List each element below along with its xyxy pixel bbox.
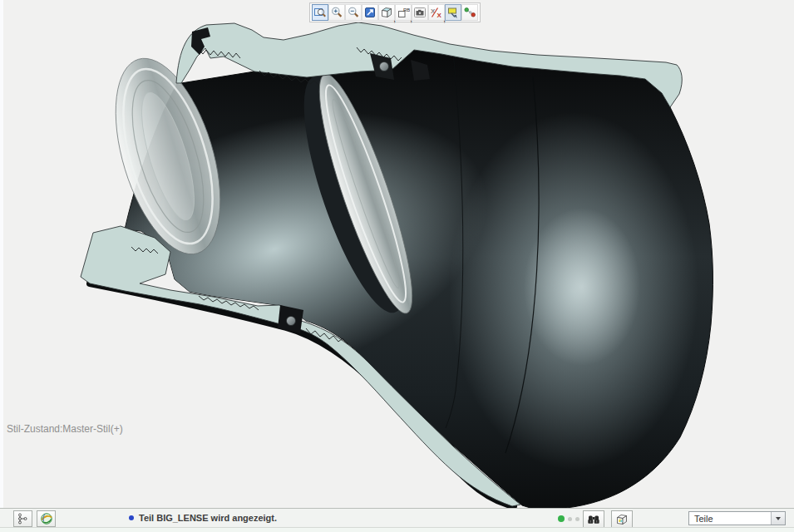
browser-toggle-button[interactable] (37, 510, 56, 527)
magnifier-minus-icon (347, 6, 360, 19)
status-message: Teil BIG_LENSE wird angezeigt. (129, 513, 277, 523)
annotation-display-button[interactable] (445, 4, 461, 21)
magnifier-region-icon (313, 6, 327, 19)
zoom-in-button[interactable] (328, 4, 345, 21)
status-dot-gray-icon (568, 517, 572, 521)
datum-display-button[interactable]: X X , (428, 4, 445, 21)
selection-filter-combobox[interactable]: Teile (688, 511, 786, 525)
saved-orientations-button[interactable]: RB , (395, 4, 412, 21)
model-tree-icon (17, 512, 30, 525)
svg-text:RB: RB (403, 7, 410, 12)
magnifier-plus-icon (330, 6, 343, 19)
camera-icon (413, 6, 427, 19)
svg-text:X: X (437, 12, 442, 19)
status-bullet-icon (129, 515, 134, 520)
cube-rb-icon: RB (397, 6, 410, 19)
selection-filter-box-button[interactable] (611, 510, 633, 529)
spin-center-icon (463, 6, 476, 19)
repaint-button[interactable] (362, 4, 378, 21)
datum-xx-icon: X X (430, 6, 443, 19)
status-bar: Teil BIG_LENSE wird angezeigt. (0, 508, 794, 527)
display-style-button[interactable]: , (378, 4, 395, 21)
status-dot-green-icon (558, 515, 565, 522)
images-button[interactable] (412, 4, 428, 21)
find-button[interactable] (583, 510, 604, 529)
annotation-flag-icon (446, 6, 460, 19)
globe-icon (40, 512, 53, 525)
filter-box-icon (615, 513, 629, 526)
binoculars-icon (587, 513, 600, 526)
spin-center-button[interactable] (461, 4, 478, 21)
navigator-toggle-button[interactable] (13, 510, 32, 527)
cube-icon (380, 6, 393, 19)
model-viewport[interactable]: Stil-Zustand:Master-Stil(+) (0, 0, 794, 508)
svg-text:X: X (431, 7, 436, 15)
style-state-label: Stil-Zustand:Master-Stil(+) (7, 423, 123, 435)
zoom-out-button[interactable] (345, 4, 362, 21)
status-message-text: Teil BIG_LENSE wird angezeigt. (139, 513, 277, 523)
combobox-value: Teile (689, 512, 771, 525)
application-window: Stil-Zustand:Master-Stil(+) (0, 0, 794, 532)
repaint-icon (363, 6, 377, 19)
zoom-region-button[interactable] (312, 4, 328, 21)
connection-status-indicator (558, 515, 579, 522)
sub-status-bar (0, 527, 794, 532)
combobox-arrow-button[interactable] (771, 512, 785, 525)
chevron-down-icon (776, 517, 781, 520)
status-dot-gray-icon (575, 517, 579, 521)
graphics-toolbar: , RB , X (309, 2, 481, 22)
